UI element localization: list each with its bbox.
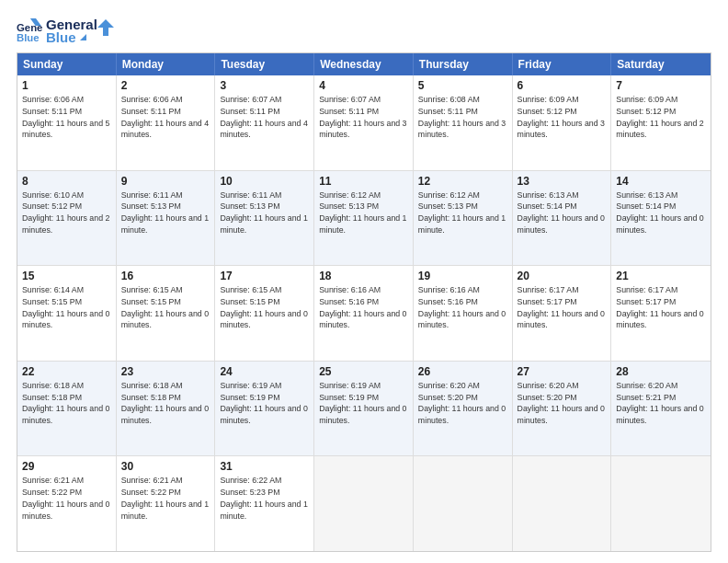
cell-info: Sunrise: 6:10 AM Sunset: 5:12 PM Dayligh… bbox=[22, 190, 111, 236]
day-number: 20 bbox=[518, 270, 607, 282]
cell-info: Sunrise: 6:21 AM Sunset: 5:22 PM Dayligh… bbox=[22, 475, 111, 522]
calendar-cell-5-4 bbox=[414, 456, 513, 551]
day-number: 3 bbox=[220, 79, 309, 92]
cell-info: Sunrise: 6:18 AM Sunset: 5:18 PM Dayligh… bbox=[121, 380, 210, 427]
header: General Blue General Blue bbox=[17, 17, 711, 45]
header-day-thursday: Thursday bbox=[414, 53, 513, 75]
calendar-cell-1-2: 3Sunrise: 6:07 AM Sunset: 5:11 PM Daylig… bbox=[215, 75, 314, 170]
calendar-cell-3-6: 21Sunrise: 6:17 AM Sunset: 5:17 PM Dayli… bbox=[611, 266, 711, 361]
header-day-monday: Monday bbox=[117, 53, 216, 75]
cell-info: Sunrise: 6:20 AM Sunset: 5:21 PM Dayligh… bbox=[616, 380, 706, 427]
calendar-cell-1-5: 6Sunrise: 6:09 AM Sunset: 5:12 PM Daylig… bbox=[513, 75, 612, 170]
calendar-row-5: 29Sunrise: 6:21 AM Sunset: 5:22 PM Dayli… bbox=[17, 455, 711, 551]
calendar-body: 1Sunrise: 6:06 AM Sunset: 5:11 PM Daylig… bbox=[17, 75, 711, 551]
svg-text:Blue: Blue bbox=[17, 31, 40, 42]
cell-info: Sunrise: 6:13 AM Sunset: 5:14 PM Dayligh… bbox=[518, 190, 607, 236]
cell-info: Sunrise: 6:16 AM Sunset: 5:16 PM Dayligh… bbox=[418, 284, 507, 331]
day-number: 16 bbox=[121, 270, 210, 282]
svg-marker-3 bbox=[97, 19, 114, 36]
day-number: 27 bbox=[518, 365, 607, 378]
day-number: 9 bbox=[121, 175, 210, 188]
day-number: 30 bbox=[121, 460, 210, 473]
logo-icon: General Blue bbox=[17, 18, 42, 44]
cell-info: Sunrise: 6:19 AM Sunset: 5:19 PM Dayligh… bbox=[220, 380, 309, 427]
header-day-saturday: Saturday bbox=[611, 53, 711, 75]
cell-info: Sunrise: 6:19 AM Sunset: 5:19 PM Dayligh… bbox=[319, 380, 408, 427]
cell-info: Sunrise: 6:07 AM Sunset: 5:11 PM Dayligh… bbox=[220, 94, 309, 141]
cell-info: Sunrise: 6:15 AM Sunset: 5:15 PM Dayligh… bbox=[121, 284, 210, 331]
calendar-cell-2-6: 14Sunrise: 6:13 AM Sunset: 5:14 PM Dayli… bbox=[611, 171, 711, 266]
day-number: 12 bbox=[418, 175, 507, 188]
day-number: 19 bbox=[418, 270, 507, 282]
calendar-cell-5-0: 29Sunrise: 6:21 AM Sunset: 5:22 PM Dayli… bbox=[17, 456, 117, 551]
calendar-cell-3-2: 17Sunrise: 6:15 AM Sunset: 5:15 PM Dayli… bbox=[215, 266, 314, 361]
cell-info: Sunrise: 6:15 AM Sunset: 5:15 PM Dayligh… bbox=[220, 284, 309, 331]
calendar-cell-2-4: 12Sunrise: 6:12 AM Sunset: 5:13 PM Dayli… bbox=[414, 171, 513, 266]
calendar-cell-3-0: 15Sunrise: 6:14 AM Sunset: 5:15 PM Dayli… bbox=[17, 266, 117, 361]
calendar-cell-5-6 bbox=[611, 456, 711, 551]
day-number: 14 bbox=[616, 175, 706, 188]
day-number: 25 bbox=[319, 365, 408, 378]
day-number: 10 bbox=[220, 175, 309, 188]
day-number: 31 bbox=[220, 460, 309, 473]
cell-info: Sunrise: 6:13 AM Sunset: 5:14 PM Dayligh… bbox=[616, 190, 706, 236]
calendar-cell-2-0: 8Sunrise: 6:10 AM Sunset: 5:12 PM Daylig… bbox=[17, 171, 117, 266]
calendar-cell-4-0: 22Sunrise: 6:18 AM Sunset: 5:18 PM Dayli… bbox=[17, 362, 117, 456]
cell-info: Sunrise: 6:17 AM Sunset: 5:17 PM Dayligh… bbox=[518, 284, 607, 331]
calendar-cell-1-0: 1Sunrise: 6:06 AM Sunset: 5:11 PM Daylig… bbox=[17, 75, 117, 170]
cell-info: Sunrise: 6:09 AM Sunset: 5:12 PM Dayligh… bbox=[616, 94, 706, 141]
calendar-cell-1-3: 4Sunrise: 6:07 AM Sunset: 5:11 PM Daylig… bbox=[314, 75, 414, 170]
cell-info: Sunrise: 6:18 AM Sunset: 5:18 PM Dayligh… bbox=[22, 380, 111, 427]
calendar-row-2: 8Sunrise: 6:10 AM Sunset: 5:12 PM Daylig… bbox=[17, 170, 711, 266]
day-number: 6 bbox=[518, 79, 607, 92]
calendar-cell-4-4: 26Sunrise: 6:20 AM Sunset: 5:20 PM Dayli… bbox=[414, 362, 513, 456]
calendar-row-4: 22Sunrise: 6:18 AM Sunset: 5:18 PM Dayli… bbox=[17, 361, 711, 456]
header-day-friday: Friday bbox=[513, 53, 612, 75]
day-number: 8 bbox=[22, 175, 111, 188]
calendar-row-3: 15Sunrise: 6:14 AM Sunset: 5:15 PM Dayli… bbox=[17, 265, 711, 361]
day-number: 2 bbox=[121, 79, 210, 92]
day-number: 21 bbox=[616, 270, 706, 282]
cell-info: Sunrise: 6:16 AM Sunset: 5:16 PM Dayligh… bbox=[319, 284, 408, 331]
calendar-cell-3-4: 19Sunrise: 6:16 AM Sunset: 5:16 PM Dayli… bbox=[414, 266, 513, 361]
calendar-cell-5-1: 30Sunrise: 6:21 AM Sunset: 5:22 PM Dayli… bbox=[117, 456, 216, 551]
calendar-cell-2-3: 11Sunrise: 6:12 AM Sunset: 5:13 PM Dayli… bbox=[314, 171, 414, 266]
calendar-cell-2-5: 13Sunrise: 6:13 AM Sunset: 5:14 PM Dayli… bbox=[513, 171, 612, 266]
cell-info: Sunrise: 6:22 AM Sunset: 5:23 PM Dayligh… bbox=[220, 475, 309, 522]
day-number: 18 bbox=[319, 270, 408, 282]
cell-info: Sunrise: 6:11 AM Sunset: 5:13 PM Dayligh… bbox=[220, 190, 309, 236]
calendar-cell-5-2: 31Sunrise: 6:22 AM Sunset: 5:23 PM Dayli… bbox=[215, 456, 314, 551]
day-number: 4 bbox=[319, 79, 408, 92]
day-number: 29 bbox=[22, 460, 111, 473]
cell-info: Sunrise: 6:14 AM Sunset: 5:15 PM Dayligh… bbox=[22, 284, 111, 331]
cell-info: Sunrise: 6:12 AM Sunset: 5:13 PM Dayligh… bbox=[418, 190, 507, 236]
day-number: 26 bbox=[418, 365, 507, 378]
cell-info: Sunrise: 6:06 AM Sunset: 5:11 PM Dayligh… bbox=[121, 94, 210, 141]
calendar: SundayMondayTuesdayWednesdayThursdayFrid… bbox=[17, 52, 711, 552]
day-number: 13 bbox=[518, 175, 607, 188]
day-number: 24 bbox=[220, 365, 309, 378]
logo: General Blue General Blue bbox=[17, 17, 114, 45]
cell-info: Sunrise: 6:20 AM Sunset: 5:20 PM Dayligh… bbox=[418, 380, 507, 427]
cell-info: Sunrise: 6:11 AM Sunset: 5:13 PM Dayligh… bbox=[121, 190, 210, 236]
calendar-cell-4-6: 28Sunrise: 6:20 AM Sunset: 5:21 PM Dayli… bbox=[611, 362, 711, 456]
calendar-cell-2-2: 10Sunrise: 6:11 AM Sunset: 5:13 PM Dayli… bbox=[215, 171, 314, 266]
logo-arrow-icon bbox=[97, 19, 114, 36]
calendar-cell-4-3: 25Sunrise: 6:19 AM Sunset: 5:19 PM Dayli… bbox=[314, 362, 414, 456]
cell-info: Sunrise: 6:17 AM Sunset: 5:17 PM Dayligh… bbox=[616, 284, 706, 331]
day-number: 28 bbox=[616, 365, 706, 378]
day-number: 22 bbox=[22, 365, 111, 378]
cell-info: Sunrise: 6:21 AM Sunset: 5:22 PM Dayligh… bbox=[121, 475, 210, 522]
calendar-cell-4-2: 24Sunrise: 6:19 AM Sunset: 5:19 PM Dayli… bbox=[215, 362, 314, 456]
cell-info: Sunrise: 6:06 AM Sunset: 5:11 PM Dayligh… bbox=[22, 94, 111, 141]
calendar-cell-1-4: 5Sunrise: 6:08 AM Sunset: 5:11 PM Daylig… bbox=[414, 75, 513, 170]
calendar-cell-2-1: 9Sunrise: 6:11 AM Sunset: 5:13 PM Daylig… bbox=[117, 171, 216, 266]
day-number: 15 bbox=[22, 270, 111, 282]
day-number: 1 bbox=[22, 79, 111, 92]
header-day-wednesday: Wednesday bbox=[314, 53, 414, 75]
page: General Blue General Blue SundayMondayTu… bbox=[0, 0, 728, 563]
calendar-row-1: 1Sunrise: 6:06 AM Sunset: 5:11 PM Daylig… bbox=[17, 75, 711, 170]
cell-info: Sunrise: 6:08 AM Sunset: 5:11 PM Dayligh… bbox=[418, 94, 507, 141]
calendar-cell-5-5 bbox=[513, 456, 612, 551]
day-number: 5 bbox=[418, 79, 507, 92]
